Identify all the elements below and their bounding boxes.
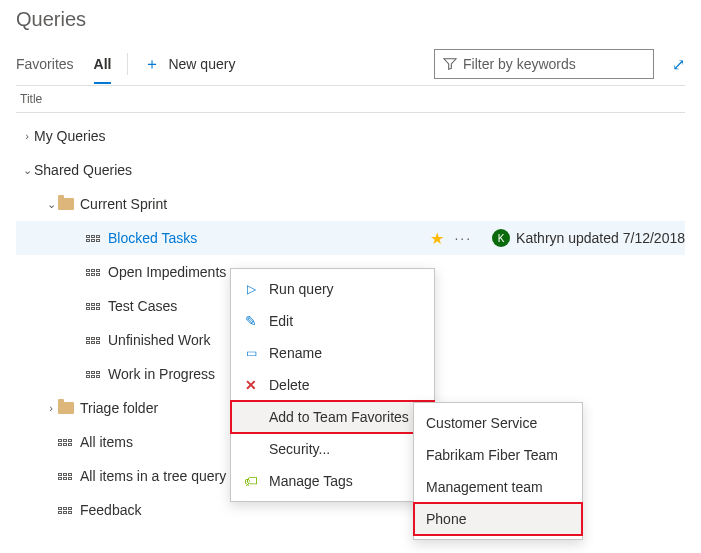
submenu-item-phone[interactable]: Phone: [414, 503, 582, 535]
query-label: Blocked Tasks: [108, 230, 197, 246]
tab-favorites[interactable]: Favorites: [16, 50, 74, 84]
submenu-item[interactable]: Customer Service: [414, 407, 582, 439]
query-label: Work in Progress: [108, 366, 215, 382]
menu-label: Add to Team Favorites: [269, 409, 409, 425]
query-label: All items in a tree query: [80, 468, 226, 484]
run-icon: ▷: [243, 282, 259, 296]
folder-icon: [58, 198, 74, 210]
query-icon: [86, 337, 100, 344]
menu-item-edit[interactable]: ✎ Edit: [231, 305, 434, 337]
tree-item-blocked-tasks[interactable]: · Blocked Tasks ★ ··· K Kathryn updated …: [16, 221, 685, 255]
submenu-item[interactable]: Management team: [414, 471, 582, 503]
column-header-title: Title: [16, 86, 685, 113]
chevron-down-icon[interactable]: ⌄: [20, 164, 34, 177]
folder-icon: [58, 402, 74, 414]
star-icon[interactable]: ★: [430, 229, 444, 248]
folder-label: Shared Queries: [34, 162, 132, 178]
menu-label: Edit: [269, 313, 293, 329]
query-icon: [58, 507, 72, 514]
query-label: Test Cases: [108, 298, 177, 314]
page-title: Queries: [16, 8, 685, 31]
query-label: Feedback: [80, 502, 141, 518]
submenu-label: Fabrikam Fiber Team: [426, 447, 558, 463]
menu-label: Security...: [269, 441, 330, 457]
submenu-label: Management team: [426, 479, 543, 495]
expand-icon[interactable]: ⤢: [672, 55, 685, 80]
query-icon: [58, 439, 72, 446]
toolbar: Favorites All ＋ New query ⤢: [16, 49, 685, 86]
tree-folder-current-sprint[interactable]: ⌄ Current Sprint: [16, 187, 685, 221]
menu-item-add-team-favorites[interactable]: Add to Team Favorites ›: [231, 401, 434, 433]
query-icon: [86, 269, 100, 276]
context-menu: ▷ Run query ✎ Edit ▭ Rename ✕ Delete Add…: [230, 268, 435, 502]
separator: [127, 53, 128, 75]
menu-item-delete[interactable]: ✕ Delete: [231, 369, 434, 401]
filter-box[interactable]: [434, 49, 654, 79]
chevron-down-icon[interactable]: ⌄: [44, 198, 58, 211]
menu-item-manage-tags[interactable]: 🏷 Manage Tags: [231, 465, 434, 497]
menu-label: Manage Tags: [269, 473, 353, 489]
edit-icon: ✎: [243, 313, 259, 329]
submenu-label: Customer Service: [426, 415, 537, 431]
chevron-right-icon[interactable]: ›: [20, 130, 34, 142]
tree-folder-my-queries[interactable]: › My Queries: [16, 119, 685, 153]
query-icon: [86, 371, 100, 378]
tree-folder-shared-queries[interactable]: ⌄ Shared Queries: [16, 153, 685, 187]
menu-item-security[interactable]: Security...: [231, 433, 434, 465]
avatar: K: [492, 229, 510, 247]
submenu-item[interactable]: Fabrikam Fiber Team: [414, 439, 582, 471]
tab-all[interactable]: All: [94, 50, 112, 84]
menu-label: Run query: [269, 281, 334, 297]
menu-label: Rename: [269, 345, 322, 361]
new-query-label: New query: [168, 56, 235, 72]
tag-icon: 🏷: [243, 473, 259, 489]
plus-icon: ＋: [144, 54, 160, 75]
folder-label: My Queries: [34, 128, 106, 144]
modified-text: Kathryn updated 7/12/2018: [516, 230, 685, 246]
query-icon: [86, 235, 100, 242]
filter-icon: [443, 57, 457, 71]
folder-label: Current Sprint: [80, 196, 167, 212]
query-icon: [86, 303, 100, 310]
tabs: Favorites All: [16, 50, 111, 84]
query-icon: [58, 473, 72, 480]
folder-label: Triage folder: [80, 400, 158, 416]
rename-icon: ▭: [243, 346, 259, 360]
delete-icon: ✕: [243, 377, 259, 393]
query-label: All items: [80, 434, 133, 450]
filter-input[interactable]: [463, 56, 645, 72]
menu-item-rename[interactable]: ▭ Rename: [231, 337, 434, 369]
submenu-team-favorites: Customer Service Fabrikam Fiber Team Man…: [413, 402, 583, 540]
menu-item-run-query[interactable]: ▷ Run query: [231, 273, 434, 305]
menu-label: Delete: [269, 377, 309, 393]
submenu-label: Phone: [426, 511, 466, 527]
more-actions-button[interactable]: ···: [454, 230, 472, 246]
new-query-button[interactable]: ＋ New query: [144, 54, 235, 81]
chevron-right-icon[interactable]: ›: [44, 402, 58, 414]
query-label: Unfinished Work: [108, 332, 210, 348]
query-label: Open Impediments: [108, 264, 226, 280]
